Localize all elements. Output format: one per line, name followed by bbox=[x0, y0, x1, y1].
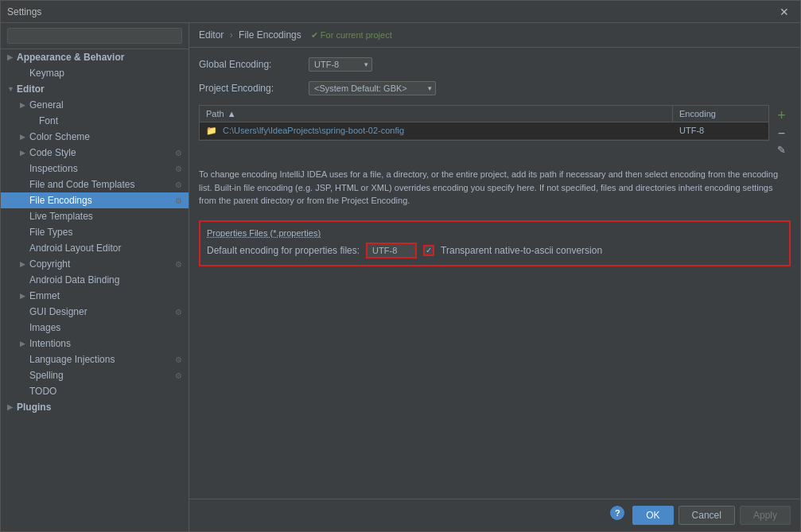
remove-button[interactable]: − bbox=[774, 126, 789, 142]
cell-encoding: UTF-8 bbox=[673, 122, 768, 139]
ok-button[interactable]: OK bbox=[632, 506, 673, 525]
properties-section: Properties Files (*.properties) Default … bbox=[199, 220, 791, 266]
sidebar-item-editor[interactable]: ▼ Editor bbox=[1, 81, 189, 97]
expand-arrow-color-scheme: ▶ bbox=[20, 133, 29, 141]
sidebar-label-code-style: Code Style bbox=[29, 147, 76, 158]
gear-icon-copyright: ⚙ bbox=[175, 260, 182, 269]
sidebar-label-android-layout-editor: Android Layout Editor bbox=[29, 243, 121, 254]
apply-button[interactable]: Apply bbox=[740, 506, 791, 525]
add-button[interactable]: + bbox=[774, 107, 789, 124]
window-title: Settings bbox=[7, 6, 775, 17]
sidebar-item-color-scheme[interactable]: ▶ Color Scheme bbox=[1, 129, 189, 145]
sidebar-label-spelling: Spelling bbox=[29, 370, 64, 381]
sidebar-item-inspections[interactable]: Inspections ⚙ bbox=[1, 161, 189, 177]
col-encoding-label: Encoding bbox=[679, 109, 716, 118]
sidebar-item-emmet[interactable]: ▶ Emmet bbox=[1, 288, 189, 304]
sidebar-item-plugins[interactable]: ▶ Plugins bbox=[1, 399, 189, 415]
sidebar-item-keymap[interactable]: Keymap bbox=[1, 65, 189, 81]
sidebar-label-file-code-templates: File and Code Templates bbox=[29, 179, 135, 190]
cell-path-value: C:\Users\lfy\IdeaProjects\spring-boot-02… bbox=[223, 126, 404, 135]
sidebar-label-emmet: Emmet bbox=[29, 290, 60, 301]
default-encoding-select-wrapper: UTF-8 bbox=[366, 243, 417, 258]
native-to-ascii-checkbox[interactable]: ✓ bbox=[423, 245, 434, 256]
sidebar-item-copyright[interactable]: ▶ Copyright ⚙ bbox=[1, 256, 189, 272]
sidebar-item-todo[interactable]: TODO bbox=[1, 383, 189, 399]
sidebar-label-todo: TODO bbox=[29, 386, 56, 397]
col-path-label: Path bbox=[206, 109, 224, 118]
sidebar-label-font: Font bbox=[39, 115, 58, 126]
table-row[interactable]: 📁 C:\Users\lfy\IdeaProjects\spring-boot-… bbox=[200, 122, 768, 140]
sidebar-label-file-types: File Types bbox=[29, 227, 72, 238]
gear-icon-fct: ⚙ bbox=[175, 181, 182, 189]
sidebar-label-inspections: Inspections bbox=[29, 163, 78, 174]
sidebar-label-images: Images bbox=[29, 322, 60, 333]
sidebar-item-android-data-binding[interactable]: Android Data Binding bbox=[1, 272, 189, 288]
sidebar-label-copyright: Copyright bbox=[29, 258, 70, 270]
expand-arrow-general: ▶ bbox=[20, 101, 29, 109]
sidebar-label-live-templates: Live Templates bbox=[29, 211, 93, 222]
sidebar-item-file-types[interactable]: File Types bbox=[1, 224, 189, 240]
sort-icon: ▲ bbox=[227, 109, 236, 118]
title-bar: Settings ✕ bbox=[1, 1, 800, 23]
sidebar-label-gui-designer: GUI Designer bbox=[29, 306, 87, 317]
sidebar-item-android-layout-editor[interactable]: Android Layout Editor bbox=[1, 240, 189, 256]
sidebar-label-intentions: Intentions bbox=[29, 338, 71, 349]
sidebar-item-appearance[interactable]: ▶ Appearance & Behavior bbox=[1, 49, 189, 65]
project-encoding-label: Project Encoding: bbox=[199, 83, 302, 94]
sidebar-item-file-encodings[interactable]: File Encodings ⚙ bbox=[1, 192, 189, 208]
sidebar-label-plugins: Plugins bbox=[17, 402, 51, 413]
close-button[interactable]: ✕ bbox=[775, 4, 794, 20]
sidebar-item-language-injections[interactable]: Language Injections ⚙ bbox=[1, 351, 189, 367]
sidebar-label-android-data-binding: Android Data Binding bbox=[29, 274, 119, 285]
table-action-buttons: + − ✎ bbox=[772, 105, 791, 158]
sidebar-label-editor: Editor bbox=[17, 83, 45, 95]
global-encoding-select[interactable]: UTF-8 bbox=[309, 57, 372, 72]
expand-arrow-code-style: ▶ bbox=[20, 149, 29, 157]
global-encoding-row: Global Encoding: UTF-8 bbox=[199, 57, 791, 72]
project-encoding-select[interactable]: <System Default: GBK> bbox=[309, 81, 436, 95]
sidebar-list: ▶ Appearance & Behavior Keymap ▼ Editor … bbox=[1, 49, 189, 531]
settings-window: Settings ✕ ▶ Appearance & Behavior Keyma… bbox=[0, 0, 801, 532]
sidebar-item-intentions[interactable]: ▶ Intentions bbox=[1, 336, 189, 351]
sidebar-item-images[interactable]: Images bbox=[1, 320, 189, 336]
folder-icon: 📁 bbox=[206, 126, 217, 135]
sidebar-item-file-code-templates[interactable]: File and Code Templates ⚙ bbox=[1, 177, 189, 192]
sidebar-item-general[interactable]: ▶ General bbox=[1, 97, 189, 113]
default-encoding-label: Default encoding for properties files: bbox=[207, 245, 360, 256]
gear-icon: ⚙ bbox=[175, 149, 182, 157]
expand-arrow-editor: ▼ bbox=[7, 85, 17, 93]
panel-subtitle: ✔ For current project bbox=[311, 30, 392, 41]
gear-icon-gui: ⚙ bbox=[175, 308, 182, 316]
sidebar-item-gui-designer[interactable]: GUI Designer ⚙ bbox=[1, 304, 189, 320]
sidebar-item-font[interactable]: Font bbox=[1, 113, 189, 129]
search-input[interactable] bbox=[7, 28, 182, 44]
properties-row: Default encoding for properties files: U… bbox=[207, 243, 783, 258]
breadcrumb-parent: Editor bbox=[199, 29, 224, 41]
properties-title: Properties Files (*.properties) bbox=[207, 228, 783, 238]
sidebar-label-language-injections: Language Injections bbox=[29, 354, 115, 365]
gear-icon-li: ⚙ bbox=[175, 355, 182, 364]
expand-arrow-plugins: ▶ bbox=[7, 403, 17, 411]
default-encoding-select[interactable]: UTF-8 bbox=[367, 244, 415, 257]
sidebar-item-spelling[interactable]: Spelling ⚙ bbox=[1, 367, 189, 383]
right-panel: Editor › File Encodings ✔ For current pr… bbox=[189, 23, 800, 531]
breadcrumb: Editor › File Encodings bbox=[199, 29, 301, 41]
sidebar-item-code-style[interactable]: ▶ Code Style ⚙ bbox=[1, 145, 189, 161]
expand-arrow-intentions: ▶ bbox=[20, 340, 29, 348]
col-encoding: Encoding bbox=[673, 106, 768, 122]
expand-arrow-emmet: ▶ bbox=[20, 292, 29, 300]
gear-icon-spelling: ⚙ bbox=[175, 371, 182, 380]
sidebar-label-general: General bbox=[29, 99, 64, 111]
cancel-button[interactable]: Cancel bbox=[679, 506, 735, 525]
gear-icon-fe: ⚙ bbox=[175, 196, 182, 205]
sidebar-item-live-templates[interactable]: Live Templates bbox=[1, 208, 189, 224]
breadcrumb-sep: › bbox=[230, 29, 235, 41]
sidebar-label-appearance: Appearance & Behavior bbox=[17, 52, 124, 63]
help-button[interactable]: ? bbox=[610, 506, 624, 520]
search-box bbox=[1, 23, 189, 49]
encoding-table-section: Path ▲ Encoding 📁 C:\Users\lf bbox=[199, 105, 791, 158]
encoding-table: Path ▲ Encoding 📁 C:\Users\lf bbox=[199, 105, 769, 141]
panel-body: Global Encoding: UTF-8 Project Encoding:… bbox=[189, 48, 800, 499]
edit-button[interactable]: ✎ bbox=[774, 143, 789, 157]
global-encoding-label: Global Encoding: bbox=[199, 59, 302, 70]
